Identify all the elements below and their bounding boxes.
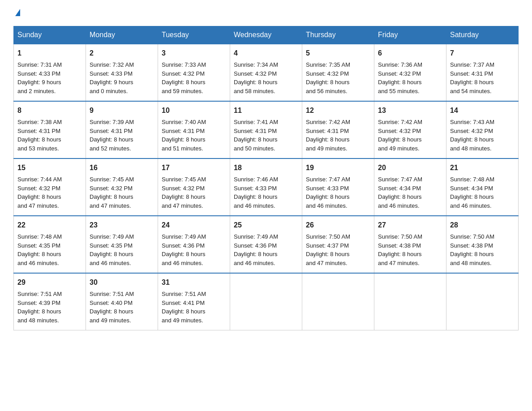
day-info: Sunrise: 7:35 AMSunset: 4:32 PMDaylight:… bbox=[306, 60, 370, 95]
day-number: 7 bbox=[450, 48, 515, 59]
day-info: Sunrise: 7:33 AMSunset: 4:32 PMDaylight:… bbox=[162, 60, 226, 95]
day-info: Sunrise: 7:49 AMSunset: 4:36 PMDaylight:… bbox=[234, 232, 298, 267]
day-number: 13 bbox=[378, 105, 442, 116]
calendar-day-cell: 26 Sunrise: 7:50 AMSunset: 4:37 PMDaylig… bbox=[302, 216, 374, 273]
calendar-day-cell: 10 Sunrise: 7:40 AMSunset: 4:31 PMDaylig… bbox=[158, 101, 230, 158]
calendar-day-cell: 23 Sunrise: 7:49 AMSunset: 4:35 PMDaylig… bbox=[86, 216, 158, 273]
logo bbox=[13, 9, 20, 17]
calendar-day-cell bbox=[374, 273, 446, 330]
day-info: Sunrise: 7:32 AMSunset: 4:33 PMDaylight:… bbox=[90, 60, 154, 95]
calendar-week-row: 1 Sunrise: 7:31 AMSunset: 4:33 PMDayligh… bbox=[14, 44, 519, 101]
calendar-day-cell: 7 Sunrise: 7:37 AMSunset: 4:31 PMDayligh… bbox=[446, 44, 519, 101]
day-info: Sunrise: 7:49 AMSunset: 4:35 PMDaylight:… bbox=[90, 232, 154, 267]
day-info: Sunrise: 7:42 AMSunset: 4:32 PMDaylight:… bbox=[378, 118, 442, 153]
calendar-day-cell: 11 Sunrise: 7:41 AMSunset: 4:31 PMDaylig… bbox=[230, 101, 302, 158]
day-info: Sunrise: 7:44 AMSunset: 4:32 PMDaylight:… bbox=[17, 175, 82, 210]
day-number: 17 bbox=[162, 163, 226, 173]
day-number: 29 bbox=[17, 277, 82, 288]
calendar-day-cell: 28 Sunrise: 7:50 AMSunset: 4:38 PMDaylig… bbox=[446, 216, 519, 273]
calendar-day-cell: 4 Sunrise: 7:34 AMSunset: 4:32 PMDayligh… bbox=[230, 44, 302, 101]
day-number: 2 bbox=[90, 48, 154, 59]
calendar-day-cell bbox=[230, 273, 302, 330]
day-info: Sunrise: 7:39 AMSunset: 4:31 PMDaylight:… bbox=[90, 118, 154, 153]
day-info: Sunrise: 7:48 AMSunset: 4:34 PMDaylight:… bbox=[450, 175, 515, 210]
day-number: 4 bbox=[234, 48, 298, 59]
calendar-day-cell: 9 Sunrise: 7:39 AMSunset: 4:31 PMDayligh… bbox=[86, 101, 158, 158]
calendar-day-cell: 16 Sunrise: 7:45 AMSunset: 4:32 PMDaylig… bbox=[86, 158, 158, 216]
day-number: 12 bbox=[306, 105, 370, 116]
day-number: 31 bbox=[162, 277, 226, 288]
page-header bbox=[13, 9, 519, 17]
day-info: Sunrise: 7:45 AMSunset: 4:32 PMDaylight:… bbox=[90, 175, 154, 210]
day-info: Sunrise: 7:42 AMSunset: 4:31 PMDaylight:… bbox=[306, 118, 370, 153]
day-number: 1 bbox=[17, 48, 82, 59]
calendar-day-cell: 17 Sunrise: 7:45 AMSunset: 4:32 PMDaylig… bbox=[158, 158, 230, 216]
calendar-day-cell: 27 Sunrise: 7:50 AMSunset: 4:38 PMDaylig… bbox=[374, 216, 446, 273]
day-number: 23 bbox=[90, 220, 154, 231]
calendar-day-cell: 21 Sunrise: 7:48 AMSunset: 4:34 PMDaylig… bbox=[446, 158, 519, 216]
column-header-thursday: Thursday bbox=[302, 26, 374, 44]
day-number: 5 bbox=[306, 48, 370, 59]
day-info: Sunrise: 7:51 AMSunset: 4:41 PMDaylight:… bbox=[162, 290, 226, 325]
calendar-day-cell: 29 Sunrise: 7:51 AMSunset: 4:39 PMDaylig… bbox=[14, 273, 86, 330]
calendar-day-cell: 12 Sunrise: 7:42 AMSunset: 4:31 PMDaylig… bbox=[302, 101, 374, 158]
day-info: Sunrise: 7:50 AMSunset: 4:37 PMDaylight:… bbox=[306, 232, 370, 267]
day-number: 14 bbox=[450, 105, 515, 116]
day-number: 24 bbox=[162, 220, 226, 231]
calendar-day-cell: 31 Sunrise: 7:51 AMSunset: 4:41 PMDaylig… bbox=[158, 273, 230, 330]
calendar-header-row: SundayMondayTuesdayWednesdayThursdayFrid… bbox=[14, 26, 519, 44]
day-info: Sunrise: 7:37 AMSunset: 4:31 PMDaylight:… bbox=[450, 60, 515, 95]
column-header-wednesday: Wednesday bbox=[230, 26, 302, 44]
calendar-table: SundayMondayTuesdayWednesdayThursdayFrid… bbox=[13, 26, 519, 330]
day-info: Sunrise: 7:45 AMSunset: 4:32 PMDaylight:… bbox=[162, 175, 226, 210]
calendar-day-cell: 19 Sunrise: 7:47 AMSunset: 4:33 PMDaylig… bbox=[302, 158, 374, 216]
day-info: Sunrise: 7:36 AMSunset: 4:32 PMDaylight:… bbox=[378, 60, 442, 95]
day-info: Sunrise: 7:43 AMSunset: 4:32 PMDaylight:… bbox=[450, 118, 515, 153]
day-number: 8 bbox=[17, 105, 82, 116]
day-info: Sunrise: 7:34 AMSunset: 4:32 PMDaylight:… bbox=[234, 60, 298, 95]
day-number: 22 bbox=[17, 220, 82, 231]
calendar-day-cell: 6 Sunrise: 7:36 AMSunset: 4:32 PMDayligh… bbox=[374, 44, 446, 101]
calendar-day-cell: 15 Sunrise: 7:44 AMSunset: 4:32 PMDaylig… bbox=[14, 158, 86, 216]
day-number: 3 bbox=[162, 48, 226, 59]
column-header-monday: Monday bbox=[86, 26, 158, 44]
calendar-day-cell: 20 Sunrise: 7:47 AMSunset: 4:34 PMDaylig… bbox=[374, 158, 446, 216]
column-header-saturday: Saturday bbox=[446, 26, 519, 44]
day-number: 19 bbox=[306, 163, 370, 173]
calendar-day-cell: 22 Sunrise: 7:48 AMSunset: 4:35 PMDaylig… bbox=[14, 216, 86, 273]
day-number: 6 bbox=[378, 48, 442, 59]
day-number: 9 bbox=[90, 105, 154, 116]
calendar-week-row: 29 Sunrise: 7:51 AMSunset: 4:39 PMDaylig… bbox=[14, 273, 519, 330]
calendar-day-cell: 8 Sunrise: 7:38 AMSunset: 4:31 PMDayligh… bbox=[14, 101, 86, 158]
day-info: Sunrise: 7:51 AMSunset: 4:40 PMDaylight:… bbox=[90, 290, 154, 325]
calendar-day-cell: 3 Sunrise: 7:33 AMSunset: 4:32 PMDayligh… bbox=[158, 44, 230, 101]
day-info: Sunrise: 7:49 AMSunset: 4:36 PMDaylight:… bbox=[162, 232, 226, 267]
day-info: Sunrise: 7:47 AMSunset: 4:33 PMDaylight:… bbox=[306, 175, 370, 210]
calendar-day-cell: 30 Sunrise: 7:51 AMSunset: 4:40 PMDaylig… bbox=[86, 273, 158, 330]
calendar-day-cell: 25 Sunrise: 7:49 AMSunset: 4:36 PMDaylig… bbox=[230, 216, 302, 273]
calendar-day-cell: 13 Sunrise: 7:42 AMSunset: 4:32 PMDaylig… bbox=[374, 101, 446, 158]
calendar-day-cell: 14 Sunrise: 7:43 AMSunset: 4:32 PMDaylig… bbox=[446, 101, 519, 158]
day-number: 15 bbox=[17, 163, 82, 173]
day-number: 25 bbox=[234, 220, 298, 231]
day-info: Sunrise: 7:47 AMSunset: 4:34 PMDaylight:… bbox=[378, 175, 442, 210]
calendar-day-cell: 1 Sunrise: 7:31 AMSunset: 4:33 PMDayligh… bbox=[14, 44, 86, 101]
day-number: 28 bbox=[450, 220, 515, 231]
day-info: Sunrise: 7:51 AMSunset: 4:39 PMDaylight:… bbox=[17, 290, 82, 325]
day-number: 20 bbox=[378, 163, 442, 173]
calendar-day-cell: 24 Sunrise: 7:49 AMSunset: 4:36 PMDaylig… bbox=[158, 216, 230, 273]
day-number: 18 bbox=[234, 163, 298, 173]
logo-triangle-icon bbox=[15, 9, 20, 16]
day-info: Sunrise: 7:50 AMSunset: 4:38 PMDaylight:… bbox=[378, 232, 442, 267]
column-header-friday: Friday bbox=[374, 26, 446, 44]
column-header-tuesday: Tuesday bbox=[158, 26, 230, 44]
calendar-day-cell: 5 Sunrise: 7:35 AMSunset: 4:32 PMDayligh… bbox=[302, 44, 374, 101]
day-info: Sunrise: 7:50 AMSunset: 4:38 PMDaylight:… bbox=[450, 232, 515, 267]
day-number: 30 bbox=[90, 277, 154, 288]
day-number: 16 bbox=[90, 163, 154, 173]
calendar-week-row: 8 Sunrise: 7:38 AMSunset: 4:31 PMDayligh… bbox=[14, 101, 519, 158]
day-number: 11 bbox=[234, 105, 298, 116]
day-info: Sunrise: 7:40 AMSunset: 4:31 PMDaylight:… bbox=[162, 118, 226, 153]
day-number: 26 bbox=[306, 220, 370, 231]
calendar-week-row: 15 Sunrise: 7:44 AMSunset: 4:32 PMDaylig… bbox=[14, 158, 519, 216]
